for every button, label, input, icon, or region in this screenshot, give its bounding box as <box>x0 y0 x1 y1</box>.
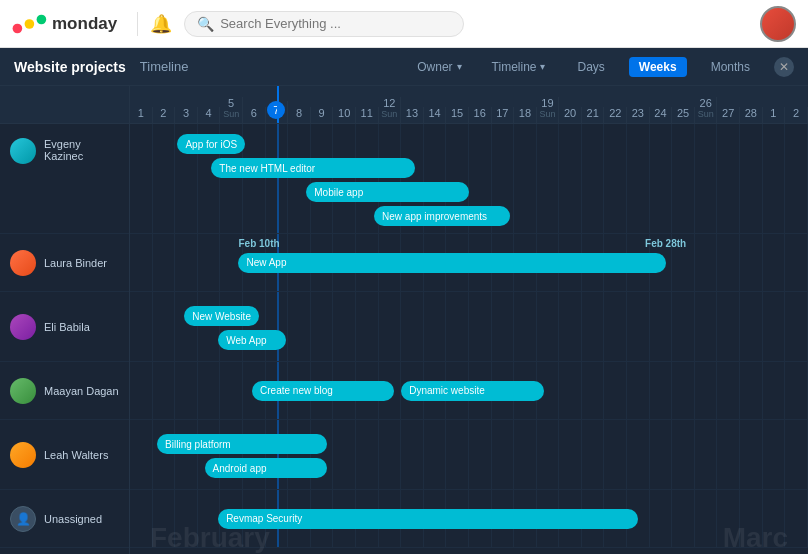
grid-line <box>672 292 695 361</box>
grid-line <box>763 124 786 233</box>
grid-line <box>333 124 356 233</box>
gantt-bar-2-1[interactable]: Web App <box>218 330 286 350</box>
grid-line <box>740 124 763 233</box>
date-cell-18-17: 18 <box>514 107 537 123</box>
person-row-maayan: Maayan Dagan <box>0 362 129 420</box>
grid-line <box>288 124 311 233</box>
person-row-unassigned: 👤 Unassigned <box>0 490 129 548</box>
gantt-bar-5-0[interactable]: Revmap Security <box>218 509 638 529</box>
date-label-end: Feb 28th <box>645 238 686 249</box>
weeks-view-btn[interactable]: Weeks <box>629 57 687 77</box>
person-row-eli: Eli Babila <box>0 292 129 362</box>
gantt-bar-2-0[interactable]: New Website <box>184 306 259 326</box>
gantt-bar-4-1[interactable]: Android app <box>205 458 327 478</box>
grid-line <box>559 292 582 361</box>
timeline-row-3: Create new blogDynamic website <box>130 362 808 420</box>
grid-line <box>695 490 718 547</box>
owner-filter[interactable]: Owner ▾ <box>409 57 469 77</box>
grid-line <box>627 292 650 361</box>
person-name-eli: Eli Babila <box>44 321 90 333</box>
grid-line <box>627 362 650 419</box>
gantt-bar-0-2[interactable]: Mobile app <box>306 182 469 202</box>
days-view-btn[interactable]: Days <box>567 57 614 77</box>
timeline-row-0: App for iOSThe new HTML editorMobile app… <box>130 124 808 234</box>
person-row-evgeny: Evgeny Kazinec <box>0 124 129 234</box>
date-cell-20-19: 20 <box>559 107 582 123</box>
grid-line <box>356 292 379 361</box>
grid-line <box>356 420 379 489</box>
gantt-bar-3-0[interactable]: Create new blog <box>252 381 394 401</box>
grid-line <box>198 362 221 419</box>
grid-line <box>740 490 763 547</box>
grid-line <box>695 292 718 361</box>
date-cell-11-10: 11 <box>356 107 379 123</box>
gantt-bar-3-1[interactable]: Dynamic website <box>401 381 543 401</box>
date-cell-24-23: 24 <box>650 107 673 123</box>
avatar-laura <box>10 250 36 276</box>
sidebar: Evgeny Kazinec Laura Binder Eli Babila M… <box>0 86 130 554</box>
grid-line <box>717 292 740 361</box>
grid-line <box>717 420 740 489</box>
timeline-filter[interactable]: Timeline ▾ <box>484 57 554 77</box>
gantt-bar-1-0[interactable]: New App <box>238 253 665 273</box>
grid-line <box>469 420 492 489</box>
avatar-leah <box>10 442 36 468</box>
grid-line <box>672 420 695 489</box>
avatar-maayan <box>10 378 36 404</box>
gantt-bar-0-0[interactable]: App for iOS <box>177 134 245 154</box>
monday-logo-icon <box>12 10 48 38</box>
search-icon: 🔍 <box>197 16 214 32</box>
grid-line <box>153 124 176 233</box>
timeline-row-2: New WebsiteWeb App <box>130 292 808 362</box>
grid-line <box>582 124 605 233</box>
grid-line <box>717 362 740 419</box>
date-label-start: Feb 10th <box>238 238 279 249</box>
monday-text: monday <box>52 14 117 34</box>
grid-line <box>559 124 582 233</box>
grid-line <box>604 362 627 419</box>
svg-point-2 <box>37 14 47 24</box>
sidebar-header <box>0 86 129 124</box>
avatar-unassigned: 👤 <box>10 506 36 532</box>
search-input[interactable] <box>220 16 451 31</box>
grid-line <box>582 362 605 419</box>
page-title: Website projects <box>14 59 126 75</box>
months-view-btn[interactable]: Months <box>701 57 760 77</box>
grid-line <box>198 420 221 489</box>
grid-line <box>763 292 786 361</box>
grid-line <box>220 362 243 419</box>
date-cell-17-16: 17 <box>492 107 515 123</box>
grid-line <box>446 420 469 489</box>
date-cell-1-28: 1 <box>763 107 786 123</box>
grid-line <box>740 362 763 419</box>
grid-line <box>763 234 786 291</box>
timeline-grid: 12345Sun6789101112Sun13141516171819Sun20… <box>130 86 808 554</box>
date-cell-5-4: 5Sun <box>220 97 243 123</box>
user-avatar[interactable] <box>760 6 796 42</box>
date-cell-10-9: 10 <box>333 107 356 123</box>
notifications-icon[interactable]: 🔔 <box>150 13 172 35</box>
grid-line <box>130 490 153 547</box>
grid-line <box>333 292 356 361</box>
timeline-area: Evgeny Kazinec Laura Binder Eli Babila M… <box>0 86 808 554</box>
gantt-bar-0-3[interactable]: New app improvements <box>374 206 510 226</box>
gantt-bar-0-1[interactable]: The new HTML editor <box>211 158 414 178</box>
person-row-leah: Leah Walters <box>0 420 129 490</box>
grid-line <box>785 420 808 489</box>
grid-line <box>130 292 153 361</box>
close-button[interactable]: ✕ <box>774 57 794 77</box>
grid-line <box>785 362 808 419</box>
tab-timeline[interactable]: Timeline <box>140 59 189 74</box>
grid-line <box>175 420 198 489</box>
today-line-row <box>277 292 279 361</box>
search-box[interactable]: 🔍 <box>184 11 464 37</box>
timeline-row-1: Feb 10thFeb 28thNew App <box>130 234 808 292</box>
today-line-row <box>277 420 279 489</box>
grid-line <box>695 420 718 489</box>
grid-line <box>424 292 447 361</box>
gantt-bar-4-0[interactable]: Billing platform <box>157 434 327 454</box>
grid-line <box>604 292 627 361</box>
grid-line <box>379 420 402 489</box>
grid-line <box>175 490 198 547</box>
date-cell-14-13: 14 <box>424 107 447 123</box>
